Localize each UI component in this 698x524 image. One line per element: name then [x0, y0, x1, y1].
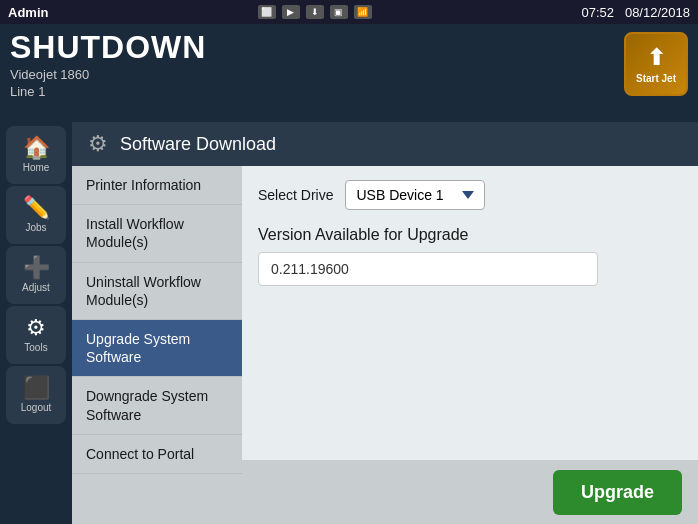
icon-square: ▣ — [330, 5, 348, 19]
start-jet-icon: ⬆ — [647, 45, 665, 71]
sidebar-item-jobs[interactable]: ✏️ Jobs — [6, 186, 66, 244]
menu-item-install-workflow[interactable]: Install Workflow Module(s) — [72, 205, 242, 262]
sidebar-item-adjust[interactable]: ➕ Adjust — [6, 246, 66, 304]
printer-model: Videojet 1860 — [10, 67, 206, 82]
start-jet-button[interactable]: ⬆ Start Jet — [624, 32, 688, 96]
header-area: SHUTDOWN Videojet 1860 Line 1 ⬆ Start Je… — [0, 24, 698, 106]
datetime-label: 07:52 08/12/2018 — [582, 5, 690, 20]
icon-monitor: ⬜ — [258, 5, 276, 19]
icon-wifi: 📶 — [354, 5, 372, 19]
bottom-area: Upgrade — [242, 460, 698, 524]
start-jet-label: Start Jet — [636, 73, 676, 84]
menu-item-connect-portal[interactable]: Connect to Portal — [72, 435, 242, 474]
arrow-tab — [0, 106, 698, 122]
panel-header: ⚙ Software Download — [72, 122, 698, 166]
drive-select-value: USB Device 1 — [356, 187, 443, 203]
date-label: 08/12/2018 — [625, 5, 690, 20]
home-label: Home — [23, 162, 50, 173]
panel-title: Software Download — [120, 134, 276, 155]
sidebar-item-logout[interactable]: ⬛ Logout — [6, 366, 66, 424]
tools-label: Tools — [24, 342, 47, 353]
menu-item-upgrade-system[interactable]: Upgrade System Software — [72, 320, 242, 377]
menu-list: Printer Information Install Workflow Mod… — [72, 166, 242, 524]
username-label: Admin — [8, 5, 48, 20]
menu-item-printer-info[interactable]: Printer Information — [72, 166, 242, 205]
version-available-label: Version Available for Upgrade — [258, 226, 682, 244]
line-label: Line 1 — [10, 84, 206, 99]
dropdown-arrow-icon — [462, 191, 474, 199]
adjust-label: Adjust — [22, 282, 50, 293]
jobs-label: Jobs — [25, 222, 46, 233]
logout-label: Logout — [21, 402, 52, 413]
sidebar: 🏠 Home ✏️ Jobs ➕ Adjust ⚙ Tools ⬛ Logout — [0, 122, 72, 524]
panel-body: Printer Information Install Workflow Mod… — [72, 166, 698, 524]
content-panel: ⚙ Software Download Printer Information … — [72, 122, 698, 524]
icon-download: ⬇ — [306, 5, 324, 19]
shutdown-title: SHUTDOWN Videojet 1860 Line 1 — [10, 30, 206, 99]
home-icon: 🏠 — [23, 137, 50, 159]
main-content: 🏠 Home ✏️ Jobs ➕ Adjust ⚙ Tools ⬛ Logout… — [0, 122, 698, 524]
icon-arrow: ▶ — [282, 5, 300, 19]
select-drive-label: Select Drive — [258, 187, 333, 203]
select-drive-row: Select Drive USB Device 1 — [258, 180, 682, 210]
tools-icon: ⚙ — [26, 317, 46, 339]
sidebar-item-home[interactable]: 🏠 Home — [6, 126, 66, 184]
menu-item-downgrade-system[interactable]: Downgrade System Software — [72, 377, 242, 434]
panel-gear-icon: ⚙ — [88, 131, 108, 157]
logout-icon: ⬛ — [23, 377, 50, 399]
time-label: 07:52 — [582, 5, 615, 20]
version-value-box: 0.211.19600 — [258, 252, 598, 286]
adjust-icon: ➕ — [23, 257, 50, 279]
status-icons: ⬜ ▶ ⬇ ▣ 📶 — [258, 5, 372, 19]
shutdown-heading: SHUTDOWN — [10, 30, 206, 65]
menu-item-uninstall-workflow[interactable]: Uninstall Workflow Module(s) — [72, 263, 242, 320]
drive-select-dropdown[interactable]: USB Device 1 — [345, 180, 485, 210]
upgrade-button[interactable]: Upgrade — [553, 470, 682, 515]
top-bar: Admin ⬜ ▶ ⬇ ▣ 📶 07:52 08/12/2018 — [0, 0, 698, 24]
right-content: Select Drive USB Device 1 Version Availa… — [242, 166, 698, 524]
jobs-icon: ✏️ — [23, 197, 50, 219]
sidebar-item-tools[interactable]: ⚙ Tools — [6, 306, 66, 364]
